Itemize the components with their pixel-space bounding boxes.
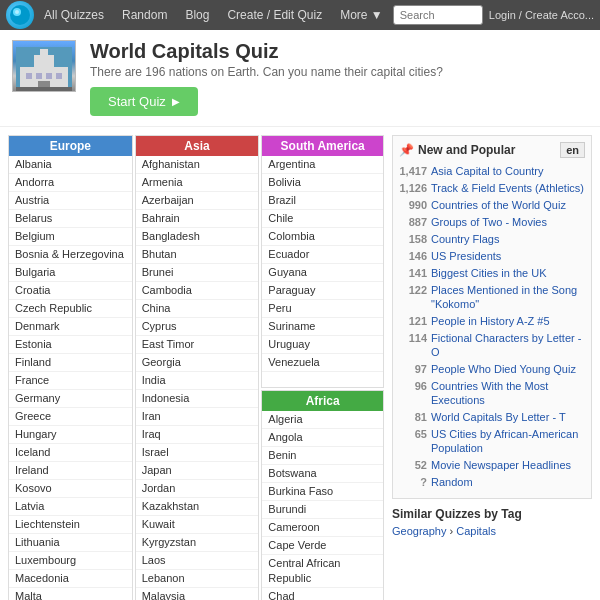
list-item: Malaysia: [136, 588, 259, 600]
list-item: Indonesia: [136, 390, 259, 408]
list-item: Angola: [262, 429, 383, 447]
list-item: Iceland: [9, 444, 132, 462]
list-item: Andorra: [9, 174, 132, 192]
start-quiz-button[interactable]: Start Quiz: [90, 87, 198, 116]
popular-item: 97People Who Died Young Quiz: [399, 362, 585, 376]
popular-item-label[interactable]: Track & Field Events (Athletics): [431, 181, 584, 195]
tag-geography[interactable]: Geography: [392, 525, 446, 537]
list-item: Paraguay: [262, 282, 383, 300]
list-item: Malta: [9, 588, 132, 600]
similar-quizzes-section: Similar Quizzes by Tag Geography › Capit…: [392, 507, 592, 537]
popular-item-label[interactable]: World Capitals By Letter - T: [431, 410, 566, 424]
quiz-columns: Europe AlbaniaAndorraAustriaBelarusBelgi…: [8, 135, 384, 600]
list-item: Armenia: [136, 174, 259, 192]
list-item: Bosnia & Herzegovina: [9, 246, 132, 264]
popular-item-label[interactable]: Countries of the World Quiz: [431, 198, 566, 212]
europe-section: Europe AlbaniaAndorraAustriaBelarusBelgi…: [8, 135, 133, 600]
list-item: Kyrgyzstan: [136, 534, 259, 552]
africa-header: Africa: [262, 391, 383, 411]
svg-rect-9: [46, 73, 52, 79]
list-item: Iran: [136, 408, 259, 426]
list-item: Chile: [262, 210, 383, 228]
list-item: Bahrain: [136, 210, 259, 228]
list-item: Lithuania: [9, 534, 132, 552]
popular-item-count: 141: [399, 266, 427, 280]
list-item: Suriname: [262, 318, 383, 336]
list-item: Georgia: [136, 354, 259, 372]
svg-rect-8: [36, 73, 42, 79]
nav-blog[interactable]: Blog: [177, 4, 217, 26]
list-item: Venezuela: [262, 354, 383, 372]
list-item: France: [9, 372, 132, 390]
language-badge[interactable]: en: [560, 142, 585, 158]
popular-item-label[interactable]: Movie Newspaper Headlines: [431, 458, 571, 472]
list-item: Brazil: [262, 192, 383, 210]
popular-item-label[interactable]: Country Flags: [431, 232, 499, 246]
list-item: Bhutan: [136, 246, 259, 264]
popular-item: 1,417Asia Capital to Country: [399, 164, 585, 178]
page-title: World Capitals Quiz: [90, 40, 443, 63]
popular-item-label[interactable]: Fictional Characters by Letter - O: [431, 331, 585, 359]
popular-item-count: ?: [399, 475, 427, 489]
nav-create[interactable]: Create / Edit Quiz: [219, 4, 330, 26]
popular-item-label[interactable]: Random: [431, 475, 473, 489]
site-logo[interactable]: [6, 1, 34, 29]
nav-random[interactable]: Random: [114, 4, 175, 26]
search-input[interactable]: [393, 5, 483, 25]
nav-all-quizzes[interactable]: All Quizzes: [36, 4, 112, 26]
popular-item-label[interactable]: Groups of Two - Movies: [431, 215, 547, 229]
list-item: Finland: [9, 354, 132, 372]
asia-section: Asia AfghanistanArmeniaAzerbaijanBahrain…: [135, 135, 260, 600]
header-text: World Capitals Quiz There are 196 nation…: [90, 40, 443, 116]
panel-title: 📌 New and Popular en: [399, 142, 585, 158]
list-item: Germany: [9, 390, 132, 408]
page-header: World Capitals Quiz There are 196 nation…: [0, 30, 600, 127]
list-item: Azerbaijan: [136, 192, 259, 210]
list-item: Liechtenstein: [9, 516, 132, 534]
popular-item-label[interactable]: US Presidents: [431, 249, 501, 263]
list-item: Colombia: [262, 228, 383, 246]
popular-item: 146US Presidents: [399, 249, 585, 263]
popular-item-label[interactable]: People Who Died Young Quiz: [431, 362, 576, 376]
south-america-section: South America ArgentinaBoliviaBrazilChil…: [261, 135, 384, 388]
login-link[interactable]: Login / Create Acco...: [489, 9, 594, 21]
popular-item: 887Groups of Two - Movies: [399, 215, 585, 229]
list-item: Greece: [9, 408, 132, 426]
new-and-popular-box: 📌 New and Popular en 1,417Asia Capital t…: [392, 135, 592, 499]
list-item: Macedonia: [9, 570, 132, 588]
popular-item-count: 121: [399, 314, 427, 328]
svg-rect-10: [56, 73, 62, 79]
list-item: Kosovo: [9, 480, 132, 498]
nav-more[interactable]: More ▼: [332, 4, 391, 26]
svg-rect-7: [26, 73, 32, 79]
list-item: China: [136, 300, 259, 318]
list-item: Cyprus: [136, 318, 259, 336]
list-item: Kazakhstan: [136, 498, 259, 516]
list-item: Austria: [9, 192, 132, 210]
popular-item-count: 990: [399, 198, 427, 212]
south-america-header: South America: [262, 136, 383, 156]
list-item: Estonia: [9, 336, 132, 354]
list-item: Jordan: [136, 480, 259, 498]
popular-item-label[interactable]: Asia Capital to Country: [431, 164, 544, 178]
list-item: Kuwait: [136, 516, 259, 534]
list-item: Hungary: [9, 426, 132, 444]
europe-header: Europe: [9, 136, 132, 156]
popular-item-label[interactable]: US Cities by African-American Population: [431, 427, 585, 455]
list-item: Botswana: [262, 465, 383, 483]
tag-capitals[interactable]: Capitals: [456, 525, 496, 537]
popular-item: 122Places Mentioned in the Song "Kokomo": [399, 283, 585, 311]
popular-item: 158Country Flags: [399, 232, 585, 246]
popular-item: 1,126Track & Field Events (Athletics): [399, 181, 585, 195]
popular-item-label[interactable]: People in History A-Z #5: [431, 314, 550, 328]
svg-point-0: [10, 5, 30, 25]
list-item: Denmark: [9, 318, 132, 336]
popular-item-count: 1,417: [399, 164, 427, 178]
popular-item-label[interactable]: Countries With the Most Executions: [431, 379, 585, 407]
panel-title-text: New and Popular: [418, 143, 515, 157]
list-item: Benin: [262, 447, 383, 465]
popular-item-label[interactable]: Places Mentioned in the Song "Kokomo": [431, 283, 585, 311]
popular-item-label[interactable]: Biggest Cities in the UK: [431, 266, 547, 280]
continent-grid: Europe AlbaniaAndorraAustriaBelarusBelgi…: [8, 135, 384, 600]
list-item: Latvia: [9, 498, 132, 516]
